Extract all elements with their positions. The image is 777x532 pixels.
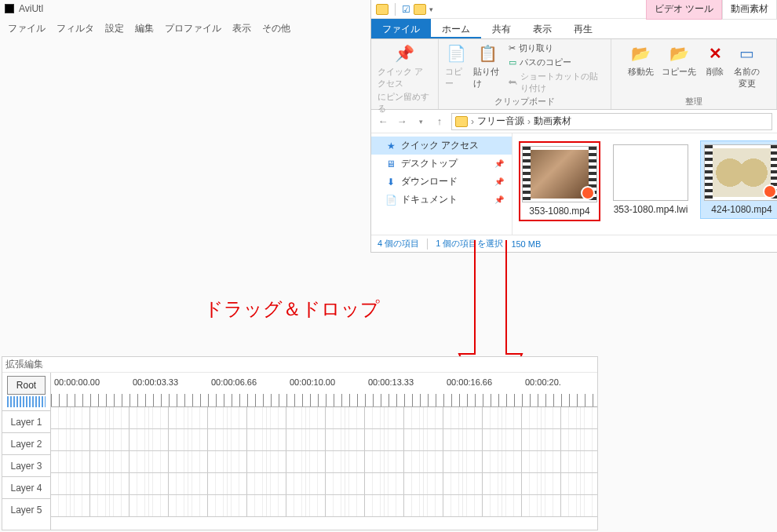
menu-file[interactable]: ファイル — [8, 22, 46, 35]
move-to-button[interactable]: 📂 移動先 — [628, 42, 654, 89]
copy-to-button[interactable]: 📂 コピー先 — [662, 42, 696, 89]
timeline-root-button[interactable]: Root — [7, 376, 46, 395]
player-badge-icon — [763, 184, 777, 199]
nav-up-button[interactable]: ↑ — [432, 115, 447, 129]
titlebar-folder-name: 動画素材 — [722, 0, 777, 20]
timeline-lane[interactable] — [51, 473, 597, 495]
copy-button[interactable]: 📄 コピー — [445, 42, 467, 89]
explorer-sidebar: ★ クイック アクセス 🖥 デスクトップ 📌 ⬇ ダウンロード 📌 📄 ドキュメ… — [371, 133, 513, 235]
nav-recent-dropdown[interactable]: ▾ — [414, 115, 428, 129]
menu-settings[interactable]: 設定 — [105, 22, 124, 35]
layer-label[interactable]: Layer 4 — [2, 476, 50, 498]
cut-button[interactable]: ✂切り取り — [509, 42, 553, 54]
sidebar-quick-access[interactable]: ★ クイック アクセス — [371, 137, 512, 155]
rename-label: 名前の 変更 — [734, 66, 760, 89]
delete-icon: ✕ — [704, 42, 726, 64]
file-item-highlighted[interactable]: 424-1080.mp4 — [701, 141, 777, 218]
menu-filter[interactable]: フィルタ — [57, 22, 94, 35]
breadcrumb[interactable]: › フリー音源 › 動画素材 — [451, 113, 772, 130]
timeline-lane[interactable] — [51, 429, 597, 451]
rename-button[interactable]: ▭ 名前の 変更 — [734, 42, 760, 89]
tab-home[interactable]: ホーム — [431, 19, 481, 38]
status-selection: 1 個の項目を選択 — [436, 238, 503, 250]
file-item-selected[interactable]: 353-1080.mp4 — [519, 141, 600, 221]
qat-newfolder-icon[interactable] — [414, 4, 426, 15]
menu-edit[interactable]: 編集 — [135, 22, 154, 35]
layer-label[interactable]: Layer 1 — [2, 410, 50, 432]
menu-other[interactable]: その他 — [262, 22, 290, 35]
timeline-lane[interactable] — [51, 407, 597, 429]
breadcrumb-item-1[interactable]: フリー音源 — [477, 115, 524, 128]
time-marker: 00:00:13.33 — [368, 377, 414, 387]
breadcrumb-item-2[interactable]: 動画素材 — [534, 115, 571, 128]
explorer-file-pane[interactable]: 353-1080.mp4 353-1080.mp4.lwi 424-1080.m… — [513, 133, 777, 235]
rename-icon: ▭ — [736, 42, 758, 64]
timeline-lane[interactable] — [51, 451, 597, 473]
shortcut-icon: ⮪ — [509, 78, 517, 87]
explorer-statusbar: 4 個の項目 1 個の項目を選択 150 MB — [371, 235, 777, 252]
move-to-icon: 📂 — [630, 42, 652, 64]
nav-back-button[interactable]: ← — [376, 115, 390, 129]
aviutl-app-icon — [5, 4, 14, 13]
breadcrumb-folder-icon — [455, 116, 468, 127]
pin-icon: 📌 — [494, 159, 504, 168]
copy-label: コピー — [445, 66, 467, 89]
timeline-track-area[interactable]: 00:00:00.00 00:00:03.33 00:00:06.66 00:0… — [51, 373, 597, 530]
layer-label[interactable]: Layer 2 — [2, 432, 50, 454]
copy-path-button[interactable]: ▭パスのコピー — [509, 56, 571, 68]
qat-folder-icon[interactable] — [376, 4, 388, 15]
sidebar-item-label: デスクトップ — [401, 157, 458, 170]
tab-view[interactable]: 表示 — [522, 19, 563, 38]
sidebar-quick-access-label: クイック アクセス — [401, 139, 479, 152]
sidebar-item-desktop[interactable]: 🖥 デスクトップ 📌 — [371, 155, 512, 173]
sidebar-item-label: ドキュメント — [401, 193, 458, 206]
explorer-titlebar[interactable]: ☑ ▾ ビデオ ツール 動画素材 — [371, 0, 777, 19]
aviutl-menubar: ファイル フィルタ 設定 編集 プロファイル 表示 その他 — [0, 17, 361, 40]
status-size: 150 MB — [511, 239, 541, 249]
copy-to-icon: 📂 — [668, 42, 690, 64]
paste-shortcut-button[interactable]: ⮪ショートカットの貼り付け — [509, 71, 604, 94]
layer-label[interactable]: Layer 3 — [2, 454, 50, 476]
file-thumbnail-blank — [613, 144, 688, 201]
qat-dropdown-icon[interactable]: ▾ — [429, 5, 433, 13]
pin-to-quick-access-button[interactable]: 📌 クイック アクセス にピン留めする — [378, 42, 432, 115]
organize-group-label: 整理 — [685, 94, 702, 107]
sidebar-item-downloads[interactable]: ⬇ ダウンロード 📌 — [371, 173, 512, 191]
tab-share[interactable]: 共有 — [481, 19, 522, 38]
paste-button[interactable]: 📋 貼り付け — [473, 42, 502, 89]
delete-label: 削除 — [706, 66, 724, 78]
chevron-right-icon: › — [527, 116, 531, 127]
nav-forward-button[interactable]: → — [395, 115, 409, 129]
contextual-tab-video-tools[interactable]: ビデオ ツール — [646, 0, 722, 20]
status-item-count: 4 個の項目 — [378, 238, 419, 250]
time-marker: 00:00:10.00 — [290, 377, 335, 387]
explorer-navbar: ← → ▾ ↑ › フリー音源 › 動画素材 — [371, 110, 777, 133]
cut-label: 切り取り — [519, 42, 553, 54]
file-item[interactable]: 353-1080.mp4.lwi — [610, 141, 691, 218]
download-icon: ⬇ — [385, 177, 396, 188]
ribbon-body: 📌 クイック アクセス にピン留めする 📄 コピー 📋 貼り付け ✂切り取り ▭… — [371, 39, 777, 110]
pin-icon: 📌 — [394, 42, 416, 64]
layer-label[interactable]: Layer 5 — [2, 498, 50, 520]
menu-profile[interactable]: プロファイル — [165, 22, 221, 35]
aviutl-titlebar[interactable]: AviUtl — [0, 0, 361, 17]
paste-icon: 📋 — [476, 42, 498, 64]
timeline-ruler[interactable]: 00:00:00.00 00:00:03.33 00:00:06.66 00:0… — [51, 373, 597, 407]
player-badge-icon — [581, 186, 595, 200]
sidebar-item-documents[interactable]: 📄 ドキュメント 📌 — [371, 191, 512, 209]
tab-file[interactable]: ファイル — [371, 19, 431, 38]
tab-play[interactable]: 再生 — [563, 19, 604, 38]
timeline-title[interactable]: 拡張編集 — [2, 357, 597, 373]
timeline-scale-slider[interactable] — [7, 396, 46, 407]
pin-icon: 📌 — [494, 177, 504, 186]
annotation-text: ドラッグ＆ドロップ — [204, 297, 380, 322]
menu-view[interactable]: 表示 — [232, 22, 251, 35]
qat-properties-icon[interactable]: ☑ — [402, 4, 410, 15]
delete-button[interactable]: ✕ 削除 — [704, 42, 726, 89]
time-marker: 00:00:16.66 — [447, 377, 492, 387]
file-name-label: 424-1080.mp4 — [711, 204, 772, 215]
timeline-lane[interactable] — [51, 495, 597, 517]
video-thumbnail — [522, 146, 597, 202]
timeline-left-panel: Root Layer 1 Layer 2 Layer 3 Layer 4 Lay… — [2, 373, 51, 530]
file-name-label: 353-1080.mp4.lwi — [614, 204, 688, 215]
